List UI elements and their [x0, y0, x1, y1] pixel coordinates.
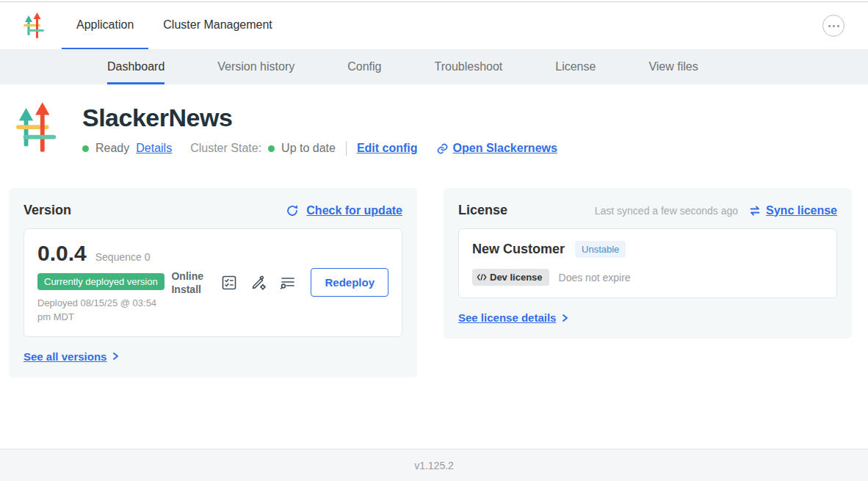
channel-badge: Unstable — [575, 241, 626, 258]
license-card-header: License Last synced a few seconds ago Sy… — [458, 203, 837, 218]
ellipsis-icon — [828, 25, 831, 27]
license-card: License Last synced a few seconds ago Sy… — [444, 188, 852, 339]
sync-license-label: Sync license — [766, 204, 837, 217]
license-card-title: License — [458, 203, 507, 218]
edit-config-link[interactable]: Edit config — [357, 142, 418, 155]
current-version-info: 0.0.4 Sequence 0 Currently deployed vers… — [37, 241, 171, 325]
sync-icon — [748, 204, 762, 217]
redeploy-button[interactable]: Redeploy — [311, 268, 388, 297]
current-version-panel: 0.0.4 Sequence 0 Currently deployed vers… — [23, 228, 402, 337]
subnav-tab-dashboard[interactable]: Dashboard — [81, 49, 191, 84]
top-navbar: Application Cluster Management — [0, 2, 868, 49]
version-number: 0.0.4 — [37, 241, 87, 266]
version-card-header: Version Check for update — [23, 203, 402, 218]
subnav-tab-version-history[interactable]: Version history — [191, 49, 321, 84]
last-synced-text: Last synced a few seconds ago — [595, 205, 738, 217]
dashboard-main: SlackerNews Ready Details Cluster State:… — [0, 84, 868, 449]
topbar-right — [822, 2, 845, 49]
license-type-badge: Dev license — [472, 269, 549, 286]
app-status-row: Ready Details Cluster State: Up to date … — [82, 141, 557, 156]
check-for-update-label: Check for update — [306, 204, 402, 217]
subnav-tab-view-files[interactable]: View files — [622, 49, 724, 84]
chevron-right-icon — [110, 351, 120, 361]
tab-application-label: Application — [76, 18, 134, 32]
external-link-chain-icon — [436, 142, 449, 155]
dashboard-cards: Version Check for update 0.0.4 Sequence … — [9, 188, 852, 377]
version-sequence: Sequence 0 — [95, 251, 151, 263]
license-type-label: Dev license — [490, 272, 543, 283]
license-details-panel: New Customer Unstable Dev license Does n… — [458, 228, 837, 298]
tab-application[interactable]: Application — [62, 2, 148, 49]
app-status-text: Ready — [95, 142, 129, 155]
page-title: SlackerNews — [82, 104, 557, 132]
deployed-status-badge: Currently deployed version — [37, 273, 164, 290]
cluster-state-value: Up to date — [281, 142, 336, 155]
license-expiry: Does not expire — [559, 272, 631, 283]
app-footer: v1.125.2 — [0, 449, 868, 481]
refresh-icon — [286, 204, 299, 217]
tab-cluster-management[interactable]: Cluster Management — [148, 2, 287, 49]
brand-logo-icon — [23, 12, 46, 39]
preflight-checks-icon[interactable] — [220, 273, 239, 292]
chevron-right-icon — [560, 313, 570, 323]
deployed-timestamp: Deployed 08/15/25 @ 03:54 pm MDT — [37, 297, 171, 325]
open-app-link[interactable]: Open Slackernews — [436, 142, 557, 155]
deploy-logs-icon[interactable] — [278, 273, 297, 292]
see-license-details-link[interactable]: See license details — [458, 311, 556, 324]
app-status-dot — [82, 145, 89, 152]
config-tools-icon[interactable] — [249, 273, 268, 292]
overflow-menu-button[interactable] — [822, 15, 845, 37]
code-icon — [477, 273, 487, 281]
details-link[interactable]: Details — [136, 142, 172, 155]
license-header-actions: Last synced a few seconds ago Sync licen… — [595, 204, 837, 217]
topnav-tabs: Application Cluster Management — [62, 2, 287, 49]
version-actions: Online Install — [171, 268, 388, 297]
brand-logo[interactable] — [23, 2, 46, 49]
version-card: Version Check for update 0.0.4 Sequence … — [9, 188, 417, 377]
version-card-title: Version — [23, 203, 71, 218]
subnav-tab-config[interactable]: Config — [321, 49, 408, 84]
cluster-state-dot — [268, 145, 275, 152]
install-type-label: Online Install — [171, 270, 209, 296]
customer-name: New Customer — [472, 242, 565, 257]
see-all-versions-row: See all versions — [23, 350, 402, 363]
sync-license-link[interactable]: Sync license — [748, 204, 837, 217]
check-for-update-link[interactable]: Check for update — [286, 204, 402, 217]
app-hero-text: SlackerNews Ready Details Cluster State:… — [82, 102, 557, 156]
app-icon — [16, 102, 59, 153]
see-license-details-row: See license details — [458, 311, 837, 324]
subnav-tab-license[interactable]: License — [529, 49, 622, 84]
cluster-state-label: Cluster State: — [190, 142, 261, 155]
subnav-tab-troubleshoot[interactable]: Troubleshoot — [408, 49, 529, 84]
app-subnav: Dashboard Version history Config Trouble… — [0, 49, 868, 84]
app-hero: SlackerNews Ready Details Cluster State:… — [16, 102, 852, 156]
status-divider — [346, 141, 347, 156]
open-app-label: Open Slackernews — [453, 142, 557, 155]
tab-cluster-management-label: Cluster Management — [163, 18, 272, 32]
see-all-versions-link[interactable]: See all versions — [23, 350, 106, 363]
console-version: v1.125.2 — [414, 460, 454, 471]
